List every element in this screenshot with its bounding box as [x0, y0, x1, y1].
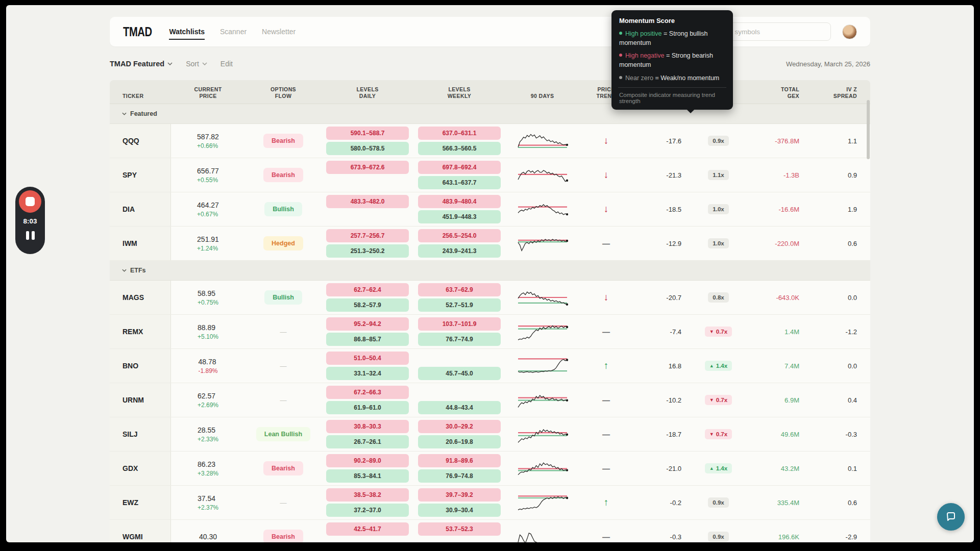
- sparkline-cell: [505, 452, 579, 485]
- column-header-flow[interactable]: OPTIONSFLOW: [245, 80, 322, 104]
- sparkline-cell: [505, 520, 579, 542]
- table-row-mags[interactable]: MAGS58.95+0.75%Bullish62.7–62.458.2–57.9…: [110, 281, 870, 315]
- table-row-remx[interactable]: REMX88.89+5.10%—95.2–94.286.8–85.7103.7–…: [110, 315, 870, 349]
- price-change: +2.69%: [198, 402, 218, 409]
- column-header-gex[interactable]: TOTALGEX: [750, 80, 806, 104]
- table-row-gdx[interactable]: GDX86.23+3.28%Bearish90.2–89.085.3–84.19…: [110, 452, 870, 486]
- rvol-cell: ▼0.7x: [687, 417, 750, 451]
- momentum-cell: -10.2: [633, 383, 687, 417]
- table-scrollbar-thumb[interactable]: [867, 100, 870, 159]
- rvol-pill: 1.0x: [708, 204, 728, 214]
- group-header-etfs[interactable]: ETFs: [110, 261, 870, 281]
- momentum-cell: -7.4: [633, 315, 687, 348]
- column-header-weekly[interactable]: LEVELSWEEKLY: [413, 80, 505, 104]
- price-value: 37.54: [198, 494, 218, 503]
- trend-flat-icon: —: [602, 328, 610, 336]
- level-pill-resistance: 30.8–30.3: [326, 420, 409, 433]
- level-pill-resistance: 483.3–482.0: [326, 195, 409, 208]
- sparkline-90d: [517, 526, 568, 542]
- levels-weekly-cell: 39.7–39.230.9–30.4: [413, 486, 505, 519]
- table-row-dia[interactable]: DIA464.27+0.67%Bullish483.3–482.0483.9–4…: [110, 192, 870, 227]
- price-value: 88.89: [198, 323, 218, 332]
- levels-daily-cell: 95.2–94.286.8–85.7: [322, 315, 413, 348]
- current-price-cell: 62.57+2.69%: [171, 383, 245, 417]
- sparkline-90d: [517, 321, 568, 342]
- price-value: 58.95: [198, 289, 218, 297]
- level-pill-resistance: 590.1–588.7: [326, 127, 409, 140]
- column-header-spread[interactable]: IV ZSPREAD: [806, 80, 870, 104]
- levels-daily-cell: 673.9–672.6: [322, 158, 413, 192]
- nav-link-watchlists[interactable]: Watchlists: [169, 18, 205, 45]
- table-row-urnm[interactable]: URNM62.57+2.69%—67.2–66.361.9–61.044.8–4…: [110, 383, 870, 417]
- iv-z-spread-cell: -2.9: [806, 520, 870, 542]
- current-price-cell: 28.55+2.33%: [171, 417, 245, 451]
- price-trend-cell: ↓: [579, 158, 633, 192]
- stop-recording-button[interactable]: [19, 190, 41, 213]
- price-trend-cell: ↓: [579, 281, 633, 314]
- user-avatar[interactable]: [842, 24, 857, 39]
- rvol-pill: 0.9x: [708, 136, 728, 146]
- current-date: Wednesday, March 25, 2026: [786, 60, 870, 68]
- rvol-cell: 1.0x: [687, 227, 750, 260]
- table-row-iwm[interactable]: IWM251.91+1.24%Hedged257.7–256.7251.3–25…: [110, 227, 870, 261]
- level-pill-support: 76.9–74.8: [418, 469, 501, 483]
- group-header-featured[interactable]: Featured: [110, 104, 870, 124]
- price-trend-cell: —: [579, 227, 633, 260]
- app-logo: TMAD: [123, 24, 152, 39]
- table-row-ewz[interactable]: EWZ37.54+2.37%—38.5–38.237.2–37.039.7–39…: [110, 486, 870, 520]
- levels-daily-cell: 590.1–588.7580.0–578.5: [322, 124, 413, 158]
- watchlist-selector[interactable]: TMAD Featured: [110, 60, 173, 68]
- total-gex-cell: 1.4M: [750, 315, 806, 348]
- total-gex-cell: 196.6K: [750, 520, 806, 542]
- price-trend-cell: ↑: [579, 349, 633, 383]
- price-value: 40.30: [199, 533, 217, 541]
- recording-timer: 8:03: [23, 217, 37, 225]
- iv-z-spread-cell: 1.9: [806, 192, 870, 226]
- iv-z-spread-cell: 0.9: [806, 158, 870, 192]
- levels-weekly-cell: 103.7–101.976.7–74.9: [413, 315, 505, 348]
- column-header-daily[interactable]: LEVELSDAILY: [322, 80, 413, 104]
- pause-recording-button[interactable]: [26, 231, 35, 240]
- current-price-cell: 58.95+0.75%: [171, 281, 245, 314]
- total-gex-cell: -16.6M: [750, 192, 806, 226]
- sparkline-cell: [505, 349, 579, 383]
- sort-button[interactable]: Sort: [186, 60, 207, 68]
- rvol-cell: 0.8x: [687, 281, 750, 314]
- level-pill-support: 451.9–448.3: [418, 210, 501, 223]
- table-row-silj[interactable]: SILJ28.55+2.33%Lean Bullish30.8–30.326.7…: [110, 417, 870, 452]
- levels-weekly-cell: 91.8–89.676.9–74.8: [413, 452, 505, 485]
- table-row-spy[interactable]: SPY656.77+0.55%Bearish673.9–672.6697.8–6…: [110, 158, 870, 192]
- level-pill-resistance: 62.7–62.4: [326, 283, 409, 296]
- nav-link-scanner[interactable]: Scanner: [220, 18, 247, 45]
- ticker-symbol: SILJ: [110, 417, 171, 451]
- price-trend-cell: ↓: [579, 124, 633, 158]
- sparkline-90d: [517, 458, 568, 479]
- price-change: +5.10%: [198, 333, 218, 340]
- legend-dot-icon: [619, 54, 622, 57]
- column-header-price[interactable]: CURRENTPRICE: [171, 80, 245, 104]
- edit-label: Edit: [220, 60, 233, 68]
- column-header-ticker[interactable]: TICKER: [110, 80, 171, 104]
- column-header-90-days[interactable]: 90 DAYS: [505, 80, 579, 104]
- table-row-wgmi[interactable]: WGMI40.30Bearish42.5–41.753.7–52.3—-0.30…: [110, 520, 870, 542]
- rvol-pill: ▲1.4x: [705, 463, 732, 473]
- levels-weekly-cell: 45.7–45.0: [413, 349, 505, 383]
- triangle-up-icon: ▲: [709, 466, 714, 471]
- edit-button[interactable]: Edit: [220, 60, 233, 68]
- rvol-pill: ▼0.7x: [705, 327, 732, 337]
- table-row-qqq[interactable]: QQQ587.82+0.66%Bearish590.1–588.7580.0–5…: [110, 124, 870, 158]
- sparkline-cell: [505, 158, 579, 192]
- options-flow-cell: Bearish: [245, 158, 322, 192]
- price-value: 62.57: [198, 392, 218, 400]
- price-trend-cell: ↓: [579, 192, 633, 226]
- sparkline-cell: [505, 383, 579, 417]
- level-pill-resistance: 637.0–631.1: [418, 127, 501, 140]
- levels-weekly-cell: 483.9–480.4451.9–448.3: [413, 192, 505, 226]
- table-row-bno[interactable]: BNO48.78-1.89%—51.0–50.433.1–32.445.7–45…: [110, 349, 870, 383]
- chat-launcher-button[interactable]: [937, 503, 965, 531]
- rvol-cell: 1.1x: [687, 158, 750, 192]
- ticker-symbol: SPY: [110, 158, 171, 192]
- levels-daily-cell: 51.0–50.433.1–32.4: [322, 349, 413, 383]
- options-flow-cell: Bearish: [245, 520, 322, 542]
- nav-link-newsletter[interactable]: Newsletter: [262, 18, 296, 45]
